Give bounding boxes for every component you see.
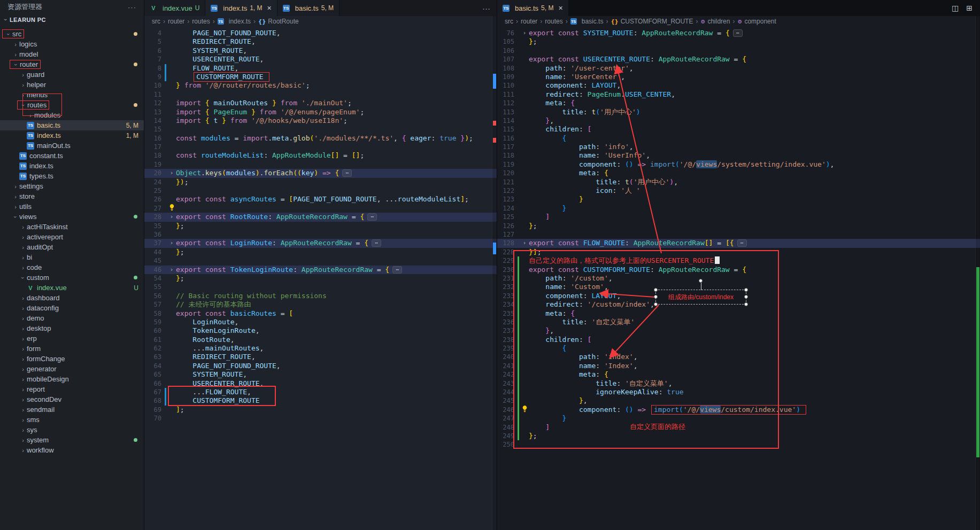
code-line-24[interactable]: 24});	[144, 178, 497, 186]
line-number[interactable]: 7	[144, 55, 165, 64]
line-number[interactable]: 55	[144, 283, 165, 291]
code-line-118[interactable]: 118 name: 'UserInfo',	[497, 151, 980, 160]
tree-item-dashboard[interactable]: ›dashboard	[0, 293, 144, 303]
overview-ruler-middle[interactable]	[492, 16, 497, 530]
line-number[interactable]: 128	[497, 239, 518, 247]
line-number[interactable]: 68	[144, 396, 165, 405]
line-number[interactable]: 25	[144, 186, 165, 195]
line-number[interactable]: 246	[497, 406, 518, 414]
code-line-26[interactable]: 26export const asyncRoutes = [PAGE_NOT_F…	[144, 195, 497, 204]
line-number[interactable]: 63	[144, 353, 165, 361]
resize-handle[interactable]	[744, 288, 748, 292]
line-number[interactable]: 108	[497, 64, 518, 73]
code-line-44[interactable]: 44};	[144, 248, 497, 256]
code-line-9[interactable]: 9 CUSTOMFORM_ROUTE	[144, 73, 497, 81]
tree-item-store[interactable]: ›store	[0, 191, 144, 201]
line-number[interactable]: 20	[144, 169, 165, 177]
code-line-105[interactable]: 105};	[497, 37, 980, 46]
code-line-13[interactable]: 13import { PageEnum } from '/@/enums/pag…	[144, 108, 497, 116]
fold-chevron-icon[interactable]: ›	[167, 213, 176, 221]
line-number[interactable]: 4	[144, 29, 165, 37]
line-number[interactable]: 9	[144, 73, 165, 81]
tree-item-logics[interactable]: ›logics	[0, 39, 144, 49]
line-number[interactable]: 13	[144, 108, 165, 116]
code-line-236[interactable]: 236 title: '自定义菜单'	[497, 318, 980, 326]
fold-ellipsis[interactable]: ⋯	[733, 29, 743, 37]
code-line-45[interactable]: 45	[144, 256, 497, 265]
code-line-125[interactable]: 125 ]	[497, 213, 980, 221]
code-line-122[interactable]: 122 icon: '人 '	[497, 186, 980, 195]
code-line-250[interactable]: 250	[497, 440, 980, 449]
tree-item-settings[interactable]: ›settings	[0, 181, 144, 191]
line-number[interactable]: 124	[497, 204, 518, 213]
fold-chevron-icon[interactable]: ›	[167, 266, 176, 274]
lightbulb-icon[interactable]	[167, 204, 176, 213]
tree-item-routes[interactable]: ›routes	[0, 100, 144, 110]
code-line-109[interactable]: 109 name: 'UserCenter',	[497, 73, 980, 81]
tree-item-auditOpt[interactable]: ›auditOpt	[0, 242, 144, 252]
breadcrumb-item-index.ts[interactable]: TSindex.ts	[218, 18, 251, 25]
tree-item-utils[interactable]: ›utils	[0, 201, 144, 212]
line-number[interactable]: 243	[497, 379, 518, 388]
tab-index.vue[interactable]: Vindex.vueU	[144, 0, 205, 16]
line-number[interactable]: 120	[497, 169, 518, 177]
code-line-55[interactable]: 55	[144, 283, 497, 291]
line-number[interactable]: 61	[144, 336, 165, 344]
resize-handle[interactable]	[654, 302, 658, 306]
close-icon[interactable]: ×	[267, 4, 271, 12]
line-number[interactable]: 229	[497, 256, 518, 265]
code-line-246[interactable]: 246 component: () => import('/@/views/cu…	[497, 406, 980, 414]
code-line-107[interactable]: 107export const USERCENTER_ROUTE: AppRou…	[497, 55, 980, 64]
tree-item-model[interactable]: ›model	[0, 49, 144, 59]
line-number[interactable]: 12	[144, 99, 165, 107]
code-line-60[interactable]: 60 TokenLoginRoute,	[144, 326, 497, 335]
line-number[interactable]: 8	[144, 64, 165, 73]
code-line-230[interactable]: 230export const CUSTOMFORM_ROUTE: AppRou…	[497, 266, 980, 274]
line-number[interactable]: 35	[144, 222, 165, 230]
code-line-245[interactable]: 245 },	[497, 396, 980, 405]
line-number[interactable]: 64	[144, 362, 165, 370]
line-number[interactable]: 10	[144, 81, 165, 90]
code-line-115[interactable]: 115 children: [	[497, 125, 980, 134]
line-number[interactable]: 235	[497, 309, 518, 318]
code-line-231[interactable]: 231 path: '/custom',	[497, 274, 980, 283]
code-line-36[interactable]: 36	[144, 230, 497, 239]
code-line-35[interactable]: 35};	[144, 222, 497, 230]
line-number[interactable]: 119	[497, 160, 518, 169]
line-number[interactable]: 70	[144, 414, 165, 423]
breadcrumb-item-basic.ts[interactable]: TSbasic.ts	[570, 18, 604, 25]
breadcrumb-item-router[interactable]: router	[168, 18, 184, 25]
code-line-46[interactable]: 46›export const TokenLoginRoute: AppRout…	[144, 266, 497, 274]
tree-item-sendmail[interactable]: ›sendmail	[0, 404, 144, 415]
code-line-243[interactable]: 243 title: '自定义菜单',	[497, 379, 980, 388]
line-number[interactable]: 121	[497, 178, 518, 186]
code-line-106[interactable]: 106	[497, 46, 980, 55]
code-line-128[interactable]: 128›export const FLOW_ROUTE: AppRouteRec…	[497, 239, 980, 247]
code-line-229[interactable]: 229自己定义的路由，格式可以参考上面的USERCENTER_ROUTE	[497, 256, 980, 265]
line-number[interactable]: 248	[497, 423, 518, 432]
code-line-11[interactable]: 11	[144, 90, 497, 99]
line-number[interactable]: 44	[144, 248, 165, 256]
code-line-12[interactable]: 12import { mainOutRoutes } from './mainO…	[144, 99, 497, 107]
line-number[interactable]: 112	[497, 99, 518, 107]
code-line-6[interactable]: 6 SYSTEM_ROUTE,	[144, 46, 497, 55]
resize-handle[interactable]	[744, 295, 748, 299]
line-number[interactable]: 18	[144, 151, 165, 160]
fold-chevron-icon[interactable]: ›	[167, 169, 176, 177]
tree-item-sys[interactable]: ›sys	[0, 425, 144, 435]
editor-actions-more[interactable]: ···	[476, 4, 497, 13]
line-number[interactable]: 69	[144, 406, 165, 414]
line-number[interactable]: 46	[144, 266, 165, 274]
code-line-240[interactable]: 240 path: 'index',	[497, 353, 980, 361]
tree-item-secondDev[interactable]: ›secondDev	[0, 394, 144, 404]
code-line-228[interactable]: 228}];	[497, 248, 980, 256]
code-line-54[interactable]: 54};	[144, 274, 497, 283]
line-number[interactable]: 242	[497, 370, 518, 379]
line-number[interactable]: 14	[144, 116, 165, 125]
line-number[interactable]: 58	[144, 309, 165, 318]
code-line-14[interactable]: 14import { t } from '/@/hooks/web/useI18…	[144, 116, 497, 125]
code-line-121[interactable]: 121 title: t('用户中心'),	[497, 178, 980, 186]
resize-handle[interactable]	[654, 288, 658, 292]
code-line-124[interactable]: 124 }	[497, 204, 980, 213]
code-line-68[interactable]: 68 CUSTOMFORM_ROUTE	[144, 396, 497, 405]
